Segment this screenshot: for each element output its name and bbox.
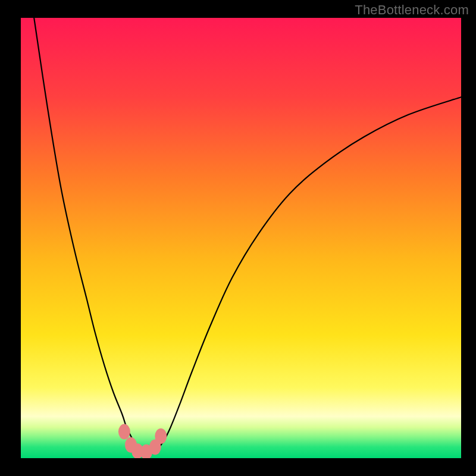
bottom-dots [118,424,167,458]
right-curve [153,97,461,453]
plot-area [21,18,461,458]
marker-dot [118,424,130,440]
watermark-text: TheBottleneck.com [355,2,469,18]
left-curve [34,18,144,453]
chart-frame: TheBottleneck.com [0,0,476,476]
marker-dot [155,428,167,444]
curves-layer [21,18,461,458]
